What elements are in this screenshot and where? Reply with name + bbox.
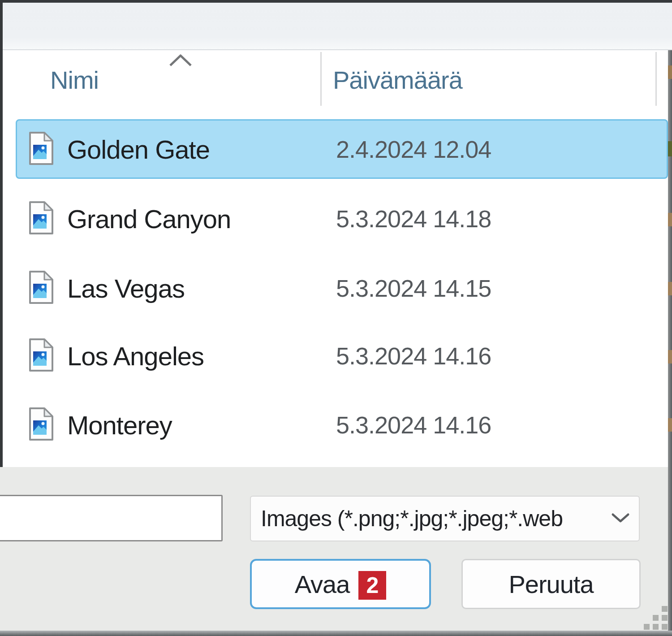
chevron-down-icon xyxy=(611,511,630,526)
file-name: Grand Canyon xyxy=(67,203,231,234)
file-date: 2.4.2024 12.04 xyxy=(336,135,491,163)
open-button-label: Avaa xyxy=(295,570,350,599)
dialog-footer: Images (*.png;*.jpg;*.jpeg;*.web Avaa 2 … xyxy=(0,467,672,631)
image-file-icon xyxy=(28,200,55,237)
cropped-content-fragment xyxy=(668,418,672,432)
filename-combobox[interactable] xyxy=(0,495,223,541)
file-list-header: Nimi Päivämäärä xyxy=(3,50,668,117)
cropped-content-fragment xyxy=(668,350,672,363)
column-header-name[interactable]: Nimi xyxy=(50,65,99,95)
open-button[interactable]: Avaa 2 xyxy=(250,559,431,609)
file-date: 5.3.2024 14.16 xyxy=(336,411,491,439)
filetype-selected-value: Images (*.png;*.jpg;*.jpeg;*.web xyxy=(261,506,607,532)
file-date: 5.3.2024 14.16 xyxy=(336,342,491,370)
window-crop-edge-left xyxy=(0,0,3,467)
filetype-dropdown[interactable]: Images (*.png;*.jpg;*.jpeg;*.web xyxy=(250,496,640,541)
file-date: 5.3.2024 14.18 xyxy=(336,205,491,233)
column-header-date[interactable]: Päivämäärä xyxy=(333,65,462,95)
image-file-icon xyxy=(28,270,55,307)
cancel-button-label: Peruuta xyxy=(508,570,593,599)
dialog-toolbar xyxy=(0,3,672,50)
step-2-annotation-badge: 2 xyxy=(358,571,386,600)
chevron-up-icon xyxy=(168,53,194,70)
cropped-content-fragment xyxy=(668,65,672,79)
cancel-button[interactable]: Peruuta xyxy=(461,559,641,609)
file-name: Los Angeles xyxy=(67,341,204,371)
file-row-grand-canyon[interactable]: Grand Canyon 5.3.2024 14.18 xyxy=(16,189,668,248)
window-crop-edge-right xyxy=(668,50,672,636)
window-crop-edge-bottom xyxy=(0,631,672,636)
column-separator[interactable] xyxy=(655,52,657,106)
filename-input[interactable] xyxy=(0,501,282,536)
file-row-los-angeles[interactable]: Los Angeles 5.3.2024 14.16 xyxy=(16,326,668,385)
file-date: 5.3.2024 14.15 xyxy=(336,274,491,302)
cropped-content-fragment xyxy=(668,141,672,156)
file-row-golden-gate[interactable]: Golden Gate 2.4.2024 12.04 xyxy=(16,119,668,179)
file-name: Golden Gate xyxy=(67,134,210,164)
file-row-las-vegas[interactable]: Las Vegas 5.3.2024 14.15 xyxy=(16,258,668,318)
file-row-monterey[interactable]: Monterey 5.3.2024 14.16 xyxy=(16,395,668,454)
column-separator[interactable] xyxy=(320,52,322,106)
file-name: Monterey xyxy=(67,410,172,440)
image-file-icon xyxy=(28,407,55,443)
file-name: Las Vegas xyxy=(67,273,185,303)
cropped-content-fragment xyxy=(668,213,672,226)
file-open-dialog: Nimi Päivämäärä Golden Gate 2.4.2024 12.… xyxy=(0,0,672,636)
image-file-icon xyxy=(28,131,55,168)
window-crop-edge-top xyxy=(0,0,672,3)
cropped-content-fragment xyxy=(668,282,672,295)
image-file-icon xyxy=(28,337,55,374)
